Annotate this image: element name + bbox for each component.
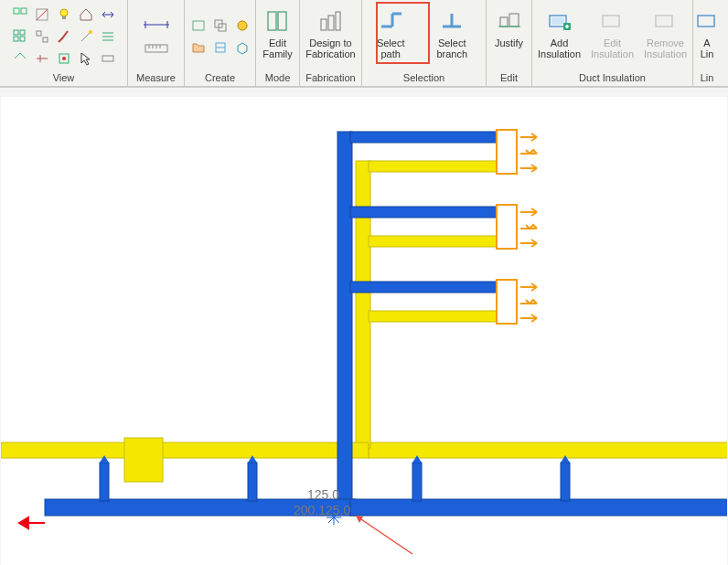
measure-align-icon[interactable] (138, 15, 175, 35)
view-icon-13[interactable] (54, 48, 74, 69)
panel-mode: Edit Family Mode (256, 0, 300, 86)
svg-rect-31 (193, 21, 204, 30)
add-insulation-icon (545, 6, 574, 36)
panel-edit-label: Edit (488, 70, 530, 86)
drawing-inner: 125.0 200.125.0 (1, 97, 727, 565)
arrows-icon[interactable] (98, 5, 118, 25)
svg-rect-82 (497, 205, 517, 249)
view-icon-15[interactable] (98, 48, 118, 69)
edit-insulation-icon (598, 6, 627, 36)
brush-icon[interactable] (54, 27, 74, 47)
justify-button[interactable]: Justify (487, 4, 532, 69)
svg-rect-68 (337, 132, 352, 502)
dimension-2: 200.125.0 (294, 503, 350, 517)
lines-icon[interactable] (98, 27, 118, 47)
panel-measure: Measure (128, 0, 185, 86)
svg-rect-71 (350, 282, 497, 293)
panel-lining: A Lin Lin (693, 0, 721, 86)
svg-rect-67 (369, 311, 497, 322)
add-lining-button[interactable]: A Lin (695, 4, 719, 69)
justify-icon (495, 6, 524, 36)
ribbon-toolbar: View Measure Create Edit Family Mode (0, 0, 728, 87)
create-icon-2[interactable] (210, 16, 230, 36)
panel-create-label: Create (187, 70, 253, 86)
view-icon-12[interactable] (32, 48, 52, 69)
create-folder-icon[interactable] (188, 37, 209, 58)
panel-duct-insulation: Add Insulation Edit Insulation Remove In… (532, 0, 693, 86)
svg-rect-69 (350, 132, 497, 143)
add-insulation-button[interactable]: Add Insulation (534, 4, 584, 69)
svg-rect-22 (102, 56, 113, 61)
panel-fabrication-label: Fabrication (302, 70, 359, 86)
duct-plan-svg (1, 97, 727, 565)
svg-rect-5 (62, 16, 66, 19)
drawing-canvas[interactable]: 125.0 200.125.0 (0, 87, 728, 565)
svg-rect-37 (268, 12, 276, 30)
svg-point-14 (89, 30, 92, 34)
panel-selection-label: Selection (364, 70, 484, 86)
svg-rect-75 (248, 463, 257, 501)
svg-rect-74 (100, 463, 109, 501)
create-star-icon[interactable] (232, 16, 252, 36)
view-icon-7[interactable] (32, 27, 52, 47)
panel-duct-insulation-label: Duct Insulation (534, 70, 691, 86)
select-branch-button[interactable]: Select branch (420, 4, 484, 69)
dimension-1: 125.0 (307, 487, 339, 502)
view-icon-11[interactable] (10, 48, 30, 69)
wand-icon[interactable] (76, 27, 96, 47)
svg-rect-39 (321, 19, 327, 30)
create-icon-1[interactable] (188, 16, 209, 36)
svg-rect-47 (500, 17, 508, 27)
panel-mode-label: Mode (258, 70, 297, 86)
svg-rect-48 (509, 14, 519, 27)
edit-family-button[interactable]: Edit Family (255, 4, 301, 69)
svg-point-34 (238, 21, 247, 30)
select-branch-icon (437, 6, 466, 36)
lining-icon (692, 6, 722, 36)
svg-point-21 (62, 57, 66, 60)
fabrication-icon (316, 6, 345, 36)
svg-rect-70 (350, 207, 497, 218)
svg-rect-65 (369, 161, 497, 172)
select-path-button[interactable]: Select path (364, 4, 417, 69)
svg-rect-38 (278, 12, 286, 30)
panel-lining-label: Lin (695, 70, 719, 86)
svg-rect-58 (658, 17, 670, 25)
measure-tape-icon[interactable] (138, 38, 175, 59)
svg-rect-86 (497, 280, 517, 324)
svg-rect-73 (350, 499, 727, 516)
svg-rect-60 (1, 442, 340, 458)
view-icon-1[interactable] (10, 5, 30, 25)
panel-selection: Select path Select branch Selection (362, 0, 487, 86)
svg-rect-66 (369, 236, 497, 247)
svg-rect-78 (497, 130, 517, 174)
svg-rect-11 (37, 31, 41, 36)
svg-rect-12 (43, 37, 48, 42)
svg-line-3 (37, 9, 48, 20)
svg-rect-7 (14, 30, 18, 35)
svg-rect-1 (21, 8, 27, 14)
design-to-fabrication-button[interactable]: Design to Fabrication (302, 4, 359, 69)
grid-icon[interactable] (10, 27, 30, 47)
house-icon[interactable] (76, 5, 96, 25)
svg-rect-64 (124, 438, 163, 482)
svg-rect-77 (561, 463, 570, 501)
remove-insulation-icon (651, 6, 680, 36)
bulb-icon[interactable] (54, 5, 74, 25)
edit-family-icon (263, 6, 293, 36)
svg-rect-10 (20, 37, 25, 41)
create-cube-icon[interactable] (232, 37, 252, 58)
svg-rect-40 (328, 16, 334, 30)
select-path-icon (376, 6, 405, 36)
view-icon-2[interactable] (32, 5, 52, 25)
svg-rect-51 (551, 17, 564, 25)
panel-view: View (0, 0, 128, 86)
svg-rect-61 (369, 442, 727, 458)
create-icon-5[interactable] (210, 37, 230, 58)
remove-insulation-button: Remove Insulation (640, 4, 691, 69)
cursor-icon[interactable] (76, 48, 96, 69)
svg-line-13 (81, 32, 91, 41)
svg-rect-59 (698, 16, 714, 27)
panel-create: Create (185, 0, 256, 86)
svg-point-4 (60, 9, 68, 16)
